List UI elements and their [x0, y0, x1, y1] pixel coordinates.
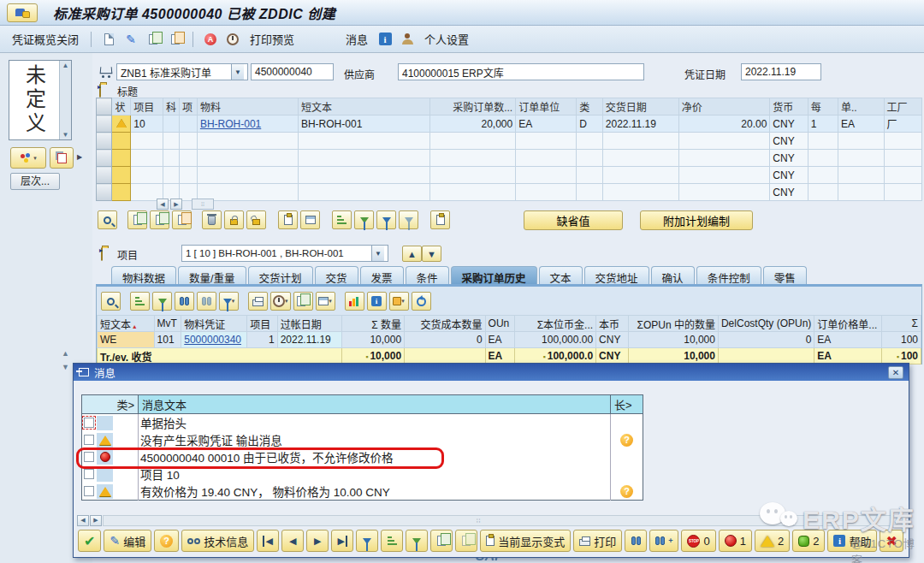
- first-page-button[interactable]: ◀: [257, 530, 279, 552]
- dialog-close-icon[interactable]: ✕: [888, 366, 903, 379]
- col-unit[interactable]: 单..: [838, 98, 884, 116]
- edit-button[interactable]: ✎编辑: [104, 530, 151, 552]
- filter-icon[interactable]: [376, 210, 396, 229]
- last-page-button[interactable]: ▶: [331, 530, 353, 552]
- address-grid-icon[interactable]: [300, 210, 320, 229]
- message-checkbox[interactable]: [84, 418, 94, 428]
- lock-item-icon[interactable]: [224, 210, 244, 229]
- duplicate-icon[interactable]: [278, 210, 298, 229]
- hcol-mvt[interactable]: MvT: [154, 316, 181, 332]
- filter-button[interactable]: [356, 530, 378, 552]
- print-preview-icon[interactable]: [224, 32, 241, 47]
- message-row[interactable]: 没有产生采购凭证 输出消息 ?: [82, 431, 643, 448]
- items-scroll-left-icon[interactable]: ◀: [157, 199, 169, 210]
- copy-item-icon[interactable]: [127, 210, 147, 229]
- dropdown-arrow-icon[interactable]: ▼: [231, 64, 244, 80]
- col-order-unit[interactable]: 订单单位: [516, 98, 577, 116]
- message-checkbox[interactable]: [84, 486, 94, 496]
- col-material[interactable]: 物料: [197, 98, 298, 116]
- items-grid-handle[interactable]: ⁞⁞: [192, 199, 214, 210]
- expand-arrow-icon[interactable]: ▶: [77, 153, 82, 161]
- history-icon[interactable]: ▾: [389, 292, 409, 311]
- hcol-amount-lc[interactable]: Σ本位币金...: [515, 316, 596, 332]
- details-icon[interactable]: [101, 292, 121, 311]
- tech-info-button[interactable]: 技术信息: [181, 530, 254, 552]
- hcol-lc[interactable]: 本币: [596, 316, 629, 332]
- dialog-titlebar[interactable]: 消息 ✕: [74, 364, 909, 381]
- sort-desc-icon[interactable]: [354, 210, 374, 229]
- info-icon[interactable]: i: [376, 32, 394, 47]
- export-icon[interactable]: ▾: [293, 292, 313, 311]
- item-row-empty[interactable]: CNY: [97, 184, 922, 201]
- tab-invoice[interactable]: 发票: [360, 266, 404, 285]
- message-row[interactable]: 有效价格为 19.40 CNY， 物料价格为 10.00 CNY ?: [82, 483, 643, 501]
- sort-asc-button[interactable]: [381, 530, 403, 552]
- material-doc-link[interactable]: 5000000340: [184, 334, 241, 346]
- tab-retail[interactable]: 零售: [763, 266, 807, 285]
- hcol-del-cost-qty[interactable]: 交货成本数量: [405, 316, 485, 332]
- hcol-posting-date[interactable]: 过帐日期: [277, 316, 341, 332]
- header-expand-icon[interactable]: [99, 84, 101, 98]
- next-item-button[interactable]: ▼: [422, 246, 441, 262]
- copy-item3-icon[interactable]: [172, 210, 192, 229]
- tab-conditions[interactable]: 条件: [406, 266, 449, 285]
- hcol-qty-opun[interactable]: ΣOPUn 中的数量: [628, 316, 718, 332]
- col-message-text[interactable]: 消息文本: [139, 395, 611, 414]
- info-icon[interactable]: i: [367, 292, 387, 311]
- tab-texts[interactable]: 文本: [539, 266, 583, 285]
- dialog-hscrollbar[interactable]: ◀ ▶ ⁞⁞: [77, 514, 903, 526]
- col-short-text[interactable]: 短文本: [298, 98, 429, 116]
- col-per[interactable]: 每: [808, 98, 838, 116]
- sort-desc-button[interactable]: [406, 530, 428, 552]
- personal-settings-button[interactable]: 个人设置: [421, 29, 472, 49]
- defaults-button[interactable]: 缺省值: [524, 210, 623, 230]
- item-row[interactable]: 10 BH-ROH-001 BH-ROH-001 20,000 EA D 202…: [97, 116, 922, 133]
- export-button[interactable]: [430, 530, 453, 552]
- hcol-delcost-opun[interactable]: DelCostQty (OPUn): [718, 316, 814, 332]
- status-warning-cell[interactable]: [112, 116, 131, 133]
- tab-qty-weight[interactable]: 数量/重量: [178, 266, 246, 285]
- sort-asc-icon[interactable]: [130, 292, 150, 311]
- tab-delivery-address[interactable]: 交货地址: [584, 266, 649, 285]
- find-next-button[interactable]: +: [649, 530, 678, 552]
- tab-po-history[interactable]: 采购订单历史: [451, 266, 537, 285]
- scroll-left-icon[interactable]: ◀: [77, 515, 89, 526]
- tab-condition-control[interactable]: 条件控制: [696, 266, 761, 285]
- find-button[interactable]: [625, 530, 647, 552]
- vendor-field[interactable]: 4100000015 ERP文库: [398, 63, 644, 80]
- item-row-empty[interactable]: CNY: [97, 167, 922, 184]
- hcol-mat-doc[interactable]: 物料凭证: [181, 316, 247, 332]
- scroll-down-icon[interactable]: ▼: [62, 363, 69, 371]
- col-message-length[interactable]: 长>: [611, 395, 643, 414]
- new-document-icon[interactable]: [100, 32, 117, 47]
- copy-item2-icon[interactable]: [150, 210, 169, 229]
- hcol-sum[interactable]: Σ: [881, 316, 921, 332]
- order-type-combo[interactable]: ZNB1 标准采购订单 ▼: [116, 63, 248, 80]
- col-qty[interactable]: 采购订单数...: [430, 98, 516, 116]
- next-page-button[interactable]: ▶: [306, 530, 329, 552]
- tab-confirmations[interactable]: 确认: [651, 266, 695, 285]
- display-variant-button[interactable]: 当前显示变式: [480, 530, 571, 552]
- dropdown-arrow-icon[interactable]: ▼: [371, 246, 384, 261]
- item-details-icon[interactable]: [98, 210, 117, 229]
- help-question-button[interactable]: ?: [154, 530, 179, 552]
- col-type[interactable]: 类: [577, 98, 602, 116]
- message-checkbox[interactable]: [84, 435, 94, 445]
- set-filter-icon[interactable]: ▾: [219, 292, 239, 311]
- hcol-oun[interactable]: OUn: [485, 316, 515, 332]
- doc-overview-button[interactable]: 凭证概览关闭: [9, 29, 82, 49]
- info-count-button[interactable]: 2: [792, 530, 825, 552]
- sort-asc-icon[interactable]: [332, 210, 352, 229]
- col-plant[interactable]: 工厂: [884, 98, 921, 116]
- message-row[interactable]: 项目 10: [82, 465, 643, 483]
- layout-pages-button[interactable]: [50, 147, 74, 169]
- col-acct[interactable]: 科: [163, 98, 179, 116]
- order-number-field[interactable]: 4500000040: [251, 63, 334, 80]
- material-link[interactable]: BH-ROH-001: [200, 118, 261, 130]
- message-checkbox[interactable]: [84, 469, 94, 479]
- print-icon[interactable]: [248, 292, 268, 311]
- print-preview-button[interactable]: 打印预览: [246, 29, 298, 49]
- personal-settings-icon[interactable]: [399, 32, 416, 47]
- messages-button[interactable]: 消息: [342, 29, 371, 49]
- col-net-price[interactable]: 净价: [678, 98, 770, 116]
